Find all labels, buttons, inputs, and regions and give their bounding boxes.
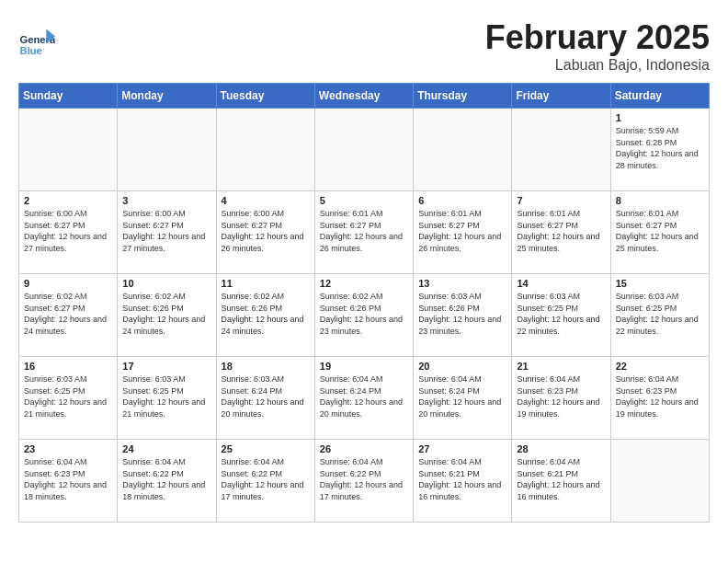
calendar-day-cell: 14Sunrise: 6:03 AM Sunset: 6:25 PM Dayli… [512, 274, 610, 357]
day-info: Sunrise: 6:03 AM Sunset: 6:25 PM Dayligh… [517, 291, 605, 337]
day-info: Sunrise: 6:04 AM Sunset: 6:21 PM Dayligh… [517, 456, 605, 502]
day-number: 1 [616, 112, 704, 123]
day-number: 12 [320, 278, 408, 289]
day-info: Sunrise: 6:03 AM Sunset: 6:25 PM Dayligh… [24, 373, 112, 419]
day-info: Sunrise: 6:02 AM Sunset: 6:26 PM Dayligh… [222, 291, 310, 337]
day-info: Sunrise: 5:59 AM Sunset: 6:28 PM Dayligh… [616, 125, 704, 171]
calendar-day-cell: 12Sunrise: 6:02 AM Sunset: 6:26 PM Dayli… [314, 274, 413, 357]
calendar-day-cell [118, 109, 216, 191]
day-info: Sunrise: 6:04 AM Sunset: 6:23 PM Dayligh… [24, 456, 112, 502]
day-number: 3 [122, 195, 210, 206]
calendar-day-cell: 25Sunrise: 6:04 AM Sunset: 6:22 PM Dayli… [216, 440, 314, 523]
day-info: Sunrise: 6:01 AM Sunset: 6:27 PM Dayligh… [616, 208, 704, 254]
day-info: Sunrise: 6:04 AM Sunset: 6:24 PM Dayligh… [320, 373, 408, 419]
calendar-day-cell: 2Sunrise: 6:00 AM Sunset: 6:27 PM Daylig… [19, 191, 118, 274]
weekday-header-cell: Friday [512, 84, 610, 109]
day-info: Sunrise: 6:02 AM Sunset: 6:26 PM Dayligh… [122, 291, 210, 337]
day-number: 28 [517, 443, 605, 454]
day-number: 19 [320, 361, 408, 372]
calendar-day-cell: 5Sunrise: 6:01 AM Sunset: 6:27 PM Daylig… [314, 191, 413, 274]
day-number: 14 [517, 278, 605, 289]
day-number: 2 [24, 195, 112, 206]
day-info: Sunrise: 6:03 AM Sunset: 6:24 PM Dayligh… [222, 373, 310, 419]
weekday-header-cell: Sunday [19, 84, 118, 109]
calendar-day-cell [314, 109, 413, 191]
day-info: Sunrise: 6:03 AM Sunset: 6:25 PM Dayligh… [122, 373, 210, 419]
day-info: Sunrise: 6:00 AM Sunset: 6:27 PM Dayligh… [24, 208, 112, 254]
calendar-day-cell: 27Sunrise: 6:04 AM Sunset: 6:21 PM Dayli… [414, 440, 512, 523]
day-number: 23 [24, 443, 112, 454]
calendar-day-cell: 4Sunrise: 6:00 AM Sunset: 6:27 PM Daylig… [216, 191, 314, 274]
day-number: 7 [517, 195, 605, 206]
day-number: 10 [122, 278, 210, 289]
calendar-day-cell [19, 109, 118, 191]
day-number: 6 [418, 195, 506, 206]
weekday-header-cell: Monday [118, 84, 216, 109]
calendar-day-cell [512, 109, 610, 191]
calendar-day-cell: 17Sunrise: 6:03 AM Sunset: 6:25 PM Dayli… [118, 357, 216, 440]
day-info: Sunrise: 6:04 AM Sunset: 6:22 PM Dayligh… [320, 456, 408, 502]
day-number: 18 [222, 361, 310, 372]
day-number: 13 [418, 278, 506, 289]
day-info: Sunrise: 6:00 AM Sunset: 6:27 PM Dayligh… [122, 208, 210, 254]
calendar-day-cell [414, 109, 512, 191]
calendar-week-row: 1Sunrise: 5:59 AM Sunset: 6:28 PM Daylig… [19, 109, 710, 191]
day-info: Sunrise: 6:04 AM Sunset: 6:23 PM Dayligh… [616, 373, 704, 419]
day-number: 26 [320, 443, 408, 454]
day-number: 8 [616, 195, 704, 206]
calendar-day-cell [610, 440, 709, 523]
calendar-day-cell: 26Sunrise: 6:04 AM Sunset: 6:22 PM Dayli… [314, 440, 413, 523]
calendar-day-cell [216, 109, 314, 191]
day-number: 22 [616, 361, 704, 372]
weekday-header-cell: Wednesday [314, 84, 413, 109]
weekday-header-row: SundayMondayTuesdayWednesdayThursdayFrid… [19, 84, 710, 109]
day-info: Sunrise: 6:04 AM Sunset: 6:21 PM Dayligh… [418, 456, 506, 502]
day-number: 21 [517, 361, 605, 372]
weekday-header-cell: Thursday [414, 84, 512, 109]
day-number: 16 [24, 361, 112, 372]
calendar-day-cell: 1Sunrise: 5:59 AM Sunset: 6:28 PM Daylig… [610, 109, 709, 191]
calendar-day-cell: 11Sunrise: 6:02 AM Sunset: 6:26 PM Dayli… [216, 274, 314, 357]
calendar-day-cell: 8Sunrise: 6:01 AM Sunset: 6:27 PM Daylig… [610, 191, 709, 274]
weekday-header-cell: Saturday [610, 84, 709, 109]
weekday-header-cell: Tuesday [216, 84, 314, 109]
calendar-day-cell: 24Sunrise: 6:04 AM Sunset: 6:22 PM Dayli… [118, 440, 216, 523]
calendar-day-cell: 7Sunrise: 6:01 AM Sunset: 6:27 PM Daylig… [512, 191, 610, 274]
day-info: Sunrise: 6:04 AM Sunset: 6:22 PM Dayligh… [122, 456, 210, 502]
day-info: Sunrise: 6:02 AM Sunset: 6:26 PM Dayligh… [320, 291, 408, 337]
calendar-day-cell: 6Sunrise: 6:01 AM Sunset: 6:27 PM Daylig… [414, 191, 512, 274]
day-number: 11 [222, 278, 310, 289]
day-info: Sunrise: 6:00 AM Sunset: 6:27 PM Dayligh… [222, 208, 310, 254]
day-number: 15 [616, 278, 704, 289]
logo-icon: General Blue [18, 23, 55, 60]
calendar-day-cell: 18Sunrise: 6:03 AM Sunset: 6:24 PM Dayli… [216, 357, 314, 440]
day-info: Sunrise: 6:01 AM Sunset: 6:27 PM Dayligh… [320, 208, 408, 254]
day-number: 17 [122, 361, 210, 372]
month-title: February 2025 [485, 18, 710, 57]
page-header: General Blue February 2025 Labuan Bajo, … [18, 18, 710, 74]
day-number: 5 [320, 195, 408, 206]
calendar-day-cell: 13Sunrise: 6:03 AM Sunset: 6:26 PM Dayli… [414, 274, 512, 357]
day-number: 4 [222, 195, 310, 206]
logo: General Blue [18, 23, 59, 60]
calendar-day-cell: 28Sunrise: 6:04 AM Sunset: 6:21 PM Dayli… [512, 440, 610, 523]
calendar-body: 1Sunrise: 5:59 AM Sunset: 6:28 PM Daylig… [19, 109, 710, 523]
day-info: Sunrise: 6:04 AM Sunset: 6:22 PM Dayligh… [222, 456, 310, 502]
calendar-day-cell: 22Sunrise: 6:04 AM Sunset: 6:23 PM Dayli… [610, 357, 709, 440]
calendar-day-cell: 10Sunrise: 6:02 AM Sunset: 6:26 PM Dayli… [118, 274, 216, 357]
calendar-week-row: 2Sunrise: 6:00 AM Sunset: 6:27 PM Daylig… [19, 191, 710, 274]
day-info: Sunrise: 6:01 AM Sunset: 6:27 PM Dayligh… [517, 208, 605, 254]
calendar-table: SundayMondayTuesdayWednesdayThursdayFrid… [18, 83, 710, 523]
calendar-day-cell: 19Sunrise: 6:04 AM Sunset: 6:24 PM Dayli… [314, 357, 413, 440]
svg-text:Blue: Blue [20, 45, 42, 56]
calendar-day-cell: 20Sunrise: 6:04 AM Sunset: 6:24 PM Dayli… [414, 357, 512, 440]
day-number: 9 [24, 278, 112, 289]
day-info: Sunrise: 6:04 AM Sunset: 6:24 PM Dayligh… [418, 373, 506, 419]
calendar-week-row: 23Sunrise: 6:04 AM Sunset: 6:23 PM Dayli… [19, 440, 710, 523]
calendar-day-cell: 9Sunrise: 6:02 AM Sunset: 6:27 PM Daylig… [19, 274, 118, 357]
calendar-day-cell: 16Sunrise: 6:03 AM Sunset: 6:25 PM Dayli… [19, 357, 118, 440]
day-info: Sunrise: 6:02 AM Sunset: 6:27 PM Dayligh… [24, 291, 112, 337]
day-number: 25 [222, 443, 310, 454]
title-area: February 2025 Labuan Bajo, Indonesia [485, 18, 710, 74]
calendar-week-row: 9Sunrise: 6:02 AM Sunset: 6:27 PM Daylig… [19, 274, 710, 357]
